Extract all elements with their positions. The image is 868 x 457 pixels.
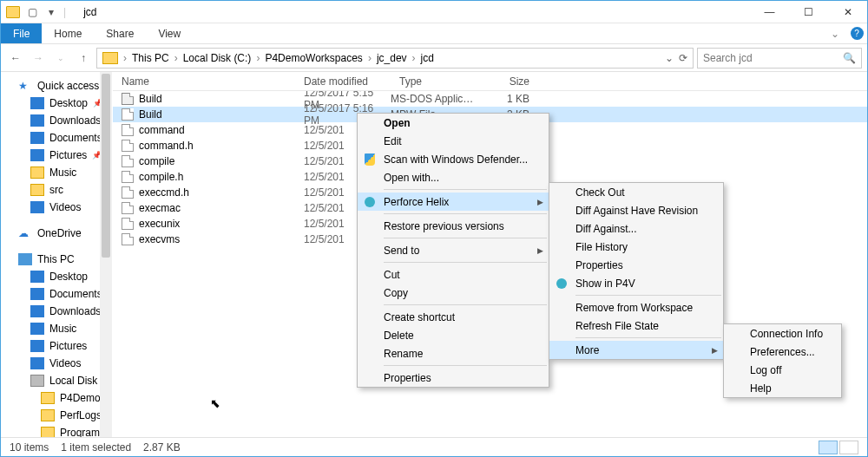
back-button[interactable]: ← [6,49,25,68]
menu-label: Diff Against Have Revision [575,205,698,217]
status-bar: 10 items 1 item selected 2.87 KB [1,437,867,456]
qat-dropdown-icon[interactable]: ▾ [44,5,58,19]
menu-item[interactable]: Edit [358,132,549,150]
p4-icon [365,197,375,207]
sidebar-item[interactable]: Pictures📌 [1,147,112,164]
sidebar-item[interactable]: Downloads📌 [1,112,112,129]
menu-item[interactable]: Help [724,379,841,397]
menu-item[interactable]: Connection Info [724,324,841,343]
file-row[interactable]: Build12/5/2017 5:15 PMMS-DOS Applicati..… [113,91,867,107]
quick-access[interactable]: ★Quick access [1,77,112,95]
tab-file[interactable]: File [1,23,42,43]
crumb[interactable]: Local Disk (C:) [180,52,255,64]
file-icon [122,93,134,105]
maximize-button[interactable]: ☐ [789,1,828,23]
sidebar-item[interactable]: Music [1,164,112,181]
this-pc[interactable]: This PC [1,251,112,268]
crumb[interactable]: jc_dev [373,52,411,64]
menu-label: Perforce Helix [384,196,449,208]
ribbon-expand-icon[interactable]: ⌄ [824,23,846,43]
col-date[interactable]: Date modified [304,75,391,88]
sidebar-item[interactable]: Videos [1,199,112,216]
onedrive[interactable]: ☁OneDrive [1,225,112,242]
crumb[interactable]: P4DemoWorkspaces [261,52,366,64]
menu-item[interactable]: Copy [358,284,549,302]
scrollbar-thumb[interactable] [102,74,110,258]
sidebar-item[interactable]: Music [1,320,112,337]
menu-label: Open [384,117,411,129]
sidebar-item[interactable]: Local Disk (C:) [1,372,112,389]
menu-label: Edit [384,135,402,147]
tab-home[interactable]: Home [42,23,94,43]
menu-item[interactable]: Preferences... [724,343,841,361]
menu-item[interactable]: Send to▶ [358,241,549,259]
file-icon [122,171,134,183]
refresh-icon[interactable]: ⟳ [679,52,687,64]
sidebar-item[interactable]: Videos [1,355,112,372]
forward-button[interactable]: → [29,49,48,68]
breadcrumb[interactable]: › This PC› Local Disk (C:)› P4DemoWorksp… [96,48,694,69]
properties-icon[interactable]: ▢ [25,5,39,19]
menu-item[interactable]: More▶ [549,341,723,359]
menu-item[interactable]: Remove from Workspace [549,298,723,317]
window-title: jcd [83,6,96,18]
helix-submenu: Check OutDiff Against Have RevisionDiff … [549,182,724,360]
col-name[interactable]: Name [113,75,304,88]
help-button[interactable]: ? [846,23,867,43]
menu-item[interactable]: Refresh File State [549,317,723,335]
nav-scrollbar[interactable] [100,72,112,451]
menu-label: File History [575,241,628,253]
col-type[interactable]: Type [391,75,477,88]
details-view-button[interactable] [819,441,838,454]
search-input[interactable]: Search jcd 🔍 [697,48,862,69]
menu-item[interactable]: Properties [549,256,723,274]
sidebar-item[interactable]: Documents [1,285,112,303]
menu-item[interactable]: Open with... [358,168,549,186]
sidebar-item[interactable]: PerfLogs [1,407,112,424]
col-size[interactable]: Size [477,75,538,88]
crumb[interactable]: This PC [128,52,173,64]
close-button[interactable]: ✕ [828,1,867,23]
address-dropdown-icon[interactable]: ⌄ [665,52,674,64]
menu-label: Copy [384,287,408,299]
menu-item[interactable]: Cut [358,265,549,284]
menu-item[interactable]: Delete [358,326,549,344]
tab-share[interactable]: Share [94,23,146,43]
menu-label: Show in P4V [575,277,635,290]
menu-item[interactable]: Create shortcut [358,308,549,326]
folder-icon [41,392,55,404]
menu-item[interactable]: Show in P4V [549,274,723,292]
minimize-button[interactable]: — [750,1,789,23]
sidebar-item[interactable]: Desktop [1,268,112,285]
icons-view-button[interactable] [839,441,858,454]
menu-item[interactable]: Perforce Helix▶ [358,193,549,211]
sidebar-item[interactable]: P4DemoWorks [1,389,112,407]
crumb[interactable]: jcd [418,52,437,64]
sidebar-item[interactable]: Pictures [1,337,112,355]
sidebar-item[interactable]: Desktop📌 [1,95,112,112]
sidebar-item[interactable]: src [1,181,112,199]
file-name: execmac [139,202,304,214]
menu-item[interactable]: Restore previous versions [358,217,549,235]
recent-dropdown[interactable]: ⌄ [51,49,70,68]
menu-item[interactable]: Rename [358,344,549,362]
menu-item[interactable]: Open [358,114,549,132]
tab-view[interactable]: View [146,23,193,43]
folder-icon [41,409,55,421]
menu-item[interactable]: File History [549,238,723,256]
search-icon: 🔍 [843,52,856,64]
file-name: execcmd.h [139,186,304,199]
menu-item[interactable]: Diff Against... [549,219,723,238]
music-icon [30,323,44,335]
up-button[interactable]: ↑ [74,49,93,68]
menu-item[interactable]: Check Out [549,183,723,201]
menu-item[interactable]: Scan with Windows Defender... [358,150,549,168]
menu-item[interactable]: Properties [358,369,549,387]
menu-item[interactable]: Log off [724,361,841,379]
menu-label: Delete [384,330,414,342]
menu-item[interactable]: Diff Against Have Revision [549,201,723,219]
sidebar-item[interactable]: Documents📌 [1,129,112,147]
column-headers: Name Date modified Type Size [113,72,867,91]
separator: | [63,6,66,18]
sidebar-item[interactable]: Downloads [1,303,112,320]
